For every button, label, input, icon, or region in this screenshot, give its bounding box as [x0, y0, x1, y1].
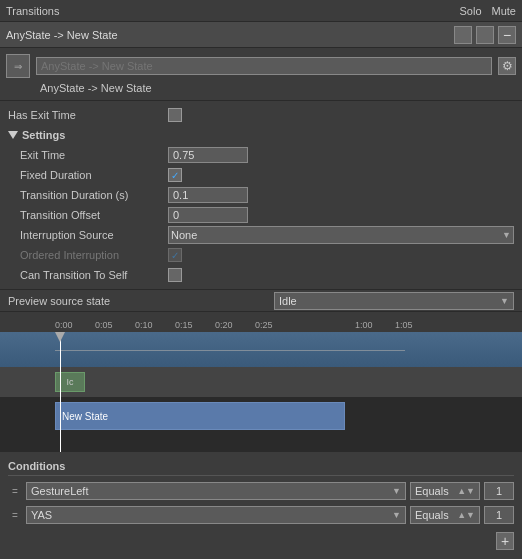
- exit-time-label: Exit Time: [8, 149, 168, 161]
- transition-duration-input[interactable]: [168, 187, 248, 203]
- transition-offset-input[interactable]: [168, 207, 248, 223]
- fixed-duration-label: Fixed Duration: [8, 169, 168, 181]
- equals-icon-1: =: [8, 510, 22, 521]
- ordered-interruption-checkbox[interactable]: [168, 248, 182, 262]
- condition-op-1-value: Equals: [415, 509, 449, 521]
- preview-source-select[interactable]: Idle ▼: [274, 292, 514, 310]
- can-transition-self-checkbox[interactable]: [168, 268, 182, 282]
- condition-param-0[interactable]: GestureLeft ▼: [26, 482, 406, 500]
- gear-button[interactable]: ⚙: [498, 57, 516, 75]
- interruption-source-value: None: [171, 229, 197, 241]
- condition-param-0-value: GestureLeft: [31, 485, 88, 497]
- condition-row-1: = YAS ▼ Equals ▲▼ 1: [8, 504, 514, 526]
- condition-row-0: = GestureLeft ▼ Equals ▲▼ 1: [8, 480, 514, 502]
- condition-param-1[interactable]: YAS ▼: [26, 506, 406, 524]
- ruler-mark-6: 1:00: [355, 320, 373, 330]
- transition-row-label: AnyState -> New State: [6, 29, 454, 41]
- has-exit-time-checkbox[interactable]: [168, 108, 182, 122]
- transition-row: AnyState -> New State −: [0, 22, 522, 48]
- track-separator: Ic: [0, 367, 522, 397]
- settings-triangle: [8, 129, 18, 141]
- condition-param-1-arrow: ▼: [392, 510, 401, 520]
- transitions-title: Transitions: [6, 5, 59, 17]
- ordered-interruption-row: Ordered Interruption: [8, 245, 514, 265]
- solo-label[interactable]: Solo: [460, 5, 482, 17]
- transition-name-input[interactable]: [36, 57, 492, 75]
- timeline-content: Ic New State: [0, 332, 522, 452]
- condition-param-1-value: YAS: [31, 509, 52, 521]
- transition-duration-label: Transition Duration (s): [8, 189, 168, 201]
- playhead-head: [55, 332, 65, 342]
- exit-time-row: Exit Time: [8, 145, 514, 165]
- transition-duration-row: Transition Duration (s): [8, 185, 514, 205]
- conditions-header-label: Conditions: [8, 460, 65, 472]
- inner-label-row: AnyState -> New State: [6, 80, 516, 96]
- ruler-mark-4: 0:20: [215, 320, 233, 330]
- inner-panel: ⇒ ⚙ AnyState -> New State: [0, 48, 522, 101]
- has-exit-time-row: Has Exit Time: [8, 105, 514, 125]
- properties-section: Has Exit Time Settings Exit Time Fixed D…: [0, 101, 522, 290]
- add-condition-button[interactable]: +: [496, 532, 514, 550]
- fixed-duration-checkbox[interactable]: [168, 168, 182, 182]
- ruler-mark-3: 0:15: [175, 320, 193, 330]
- top-bar-actions: Solo Mute: [460, 5, 517, 17]
- playhead-line: [60, 332, 61, 452]
- condition-op-0-arrow: ▲▼: [457, 486, 475, 496]
- ordered-interruption-label: Ordered Interruption: [8, 249, 168, 261]
- condition-op-1-arrow: ▲▼: [457, 510, 475, 520]
- conditions-header: Conditions: [8, 456, 514, 476]
- ruler-mark-2: 0:10: [135, 320, 153, 330]
- ruler-mark-7: 1:05: [395, 320, 413, 330]
- condition-op-0-value: Equals: [415, 485, 449, 497]
- preview-label: Preview source state: [8, 295, 266, 307]
- ruler-mark-1: 0:05: [95, 320, 113, 330]
- can-transition-self-label: Can Transition To Self: [8, 269, 168, 281]
- preview-row: Preview source state Idle ▼: [0, 290, 522, 312]
- condition-param-0-arrow: ▼: [392, 486, 401, 496]
- preview-source-arrow: ▼: [500, 296, 509, 306]
- transition-icon-glyph: ⇒: [14, 61, 22, 72]
- has-exit-time-label: Has Exit Time: [8, 109, 168, 121]
- checkbox-solo[interactable]: [454, 26, 472, 44]
- condition-value-0[interactable]: 1: [484, 482, 514, 500]
- new-state-track: New State: [55, 402, 345, 430]
- inner-transition-label: AnyState -> New State: [36, 82, 152, 94]
- exit-time-input[interactable]: [168, 147, 248, 163]
- minus-button[interactable]: −: [498, 26, 516, 44]
- condition-value-1[interactable]: 1: [484, 506, 514, 524]
- transition-offset-row: Transition Offset: [8, 205, 514, 225]
- interruption-source-arrow: ▼: [502, 230, 511, 240]
- interruption-source-select[interactable]: None ▼: [168, 226, 514, 244]
- transition-icon: ⇒: [6, 54, 30, 78]
- top-bar: Transitions Solo Mute: [0, 0, 522, 22]
- new-state-label: New State: [62, 411, 108, 422]
- condition-value-0-text: 1: [496, 485, 502, 497]
- add-btn-row: +: [8, 528, 514, 552]
- inner-row: ⇒ ⚙: [6, 52, 516, 80]
- transition-offset-label: Transition Offset: [8, 209, 168, 221]
- ruler-mark-0: 0:00: [55, 320, 73, 330]
- ruler-mark-5: 0:25: [255, 320, 273, 330]
- interruption-source-row: Interruption Source None ▼: [8, 225, 514, 245]
- interruption-source-label: Interruption Source: [8, 229, 168, 241]
- idle-track-label: Ic: [66, 377, 73, 387]
- conditions-section: Conditions = GestureLeft ▼ Equals ▲▼ 1 =…: [0, 452, 522, 556]
- settings-header[interactable]: Settings: [8, 125, 514, 145]
- transition-row-buttons: −: [454, 26, 516, 44]
- equals-icon-0: =: [8, 486, 22, 497]
- can-transition-self-row: Can Transition To Self: [8, 265, 514, 285]
- timeline-ruler: 0:00 0:05 0:10 0:15 0:20 0:25 1:00 1:05: [0, 312, 522, 332]
- settings-label: Settings: [22, 129, 65, 141]
- track-white-line: [55, 350, 405, 351]
- fixed-duration-row: Fixed Duration: [8, 165, 514, 185]
- condition-value-1-text: 1: [496, 509, 502, 521]
- mute-label[interactable]: Mute: [492, 5, 516, 17]
- checkbox-mute[interactable]: [476, 26, 494, 44]
- condition-op-0[interactable]: Equals ▲▼: [410, 482, 480, 500]
- timeline-area: 0:00 0:05 0:10 0:15 0:20 0:25 1:00 1:05 …: [0, 312, 522, 452]
- condition-op-1[interactable]: Equals ▲▼: [410, 506, 480, 524]
- preview-source-value: Idle: [279, 295, 297, 307]
